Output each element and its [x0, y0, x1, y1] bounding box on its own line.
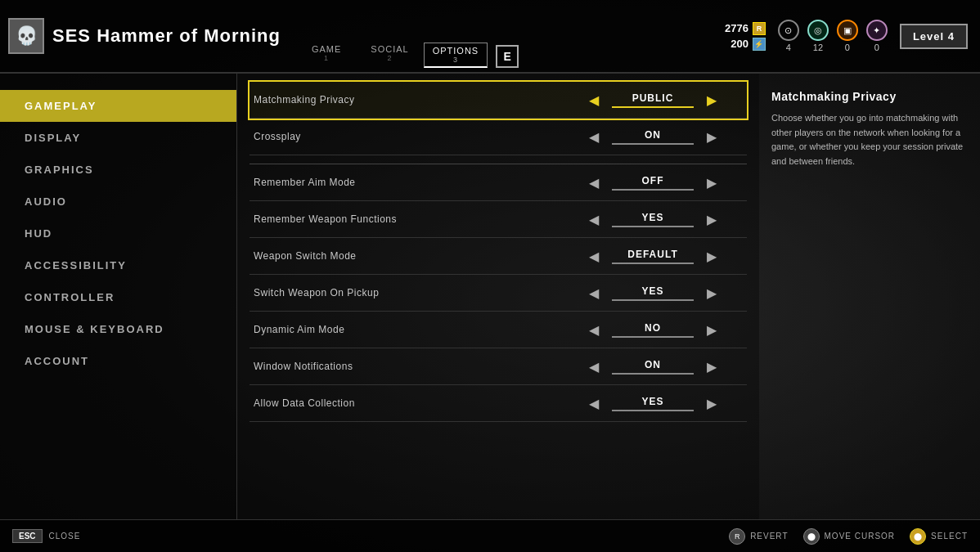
setting-row-weapon-switch[interactable]: Weapon Switch Mode ◀ DEFAULT ▶	[249, 238, 747, 275]
setting-row-crossplay[interactable]: Crossplay ◀ ON ▶	[249, 119, 747, 155]
currency2-value: 200	[731, 38, 748, 50]
level-badge: Level 4	[900, 24, 968, 49]
arrow-right-data-collection[interactable]: ▶	[702, 393, 722, 413]
setting-value-switch-on-pickup: YES	[641, 285, 663, 297]
move-icon: ⬤	[803, 528, 820, 545]
setting-value-window-notif: ON	[645, 359, 661, 370]
arrow-left-crossplay[interactable]: ◀	[584, 127, 604, 146]
currency-row-1: 2776 R	[725, 22, 766, 35]
header: 💀 SES Hammer of Morning GAME 1 SOCIAL 2 …	[0, 0, 980, 74]
tab-game[interactable]: GAME 1	[297, 40, 356, 68]
arrow-right-window-notif[interactable]: ▶	[702, 357, 722, 376]
arrow-right-crossplay[interactable]: ▶	[702, 127, 722, 146]
setting-control-switch-on-pickup: ◀ YES ▶	[563, 283, 743, 303]
sidebar: GAMEPLAY DISPLAY GRAPHICS AUDIO HUD ACCE…	[0, 74, 237, 519]
setting-underline-crossplay	[612, 143, 694, 145]
arrow-right-aim-mode[interactable]: ▶	[702, 173, 722, 192]
sidebar-item-hud[interactable]: HUD	[0, 218, 236, 249]
setting-underline-weapon-switch	[612, 263, 694, 264]
arrow-right-switch-on-pickup[interactable]: ▶	[702, 283, 722, 303]
setting-name-weapon-switch: Weapon Switch Mode	[254, 250, 563, 262]
arrow-left-aim-mode[interactable]: ◀	[584, 173, 604, 192]
setting-row-matchmaking[interactable]: Matchmaking Privacy ◀ PUBLIC ▶	[249, 82, 747, 119]
setting-underline-window-notif	[612, 373, 694, 375]
arrow-left-dynamic-aim[interactable]: ◀	[584, 320, 604, 339]
currency1-icon: R	[753, 22, 766, 35]
sidebar-item-audio[interactable]: AUDIO	[0, 186, 236, 218]
setting-name-dynamic-aim: Dynamic Aim Mode	[254, 324, 563, 335]
setting-underline-weapon-functions	[612, 226, 694, 227]
arrow-right-matchmaking[interactable]: ▶	[702, 90, 722, 110]
sidebar-item-account[interactable]: ACCOUNT	[0, 345, 236, 377]
setting-underline-aim-mode	[612, 189, 694, 191]
setting-row-switch-on-pickup[interactable]: Switch Weapon On Pickup ◀ YES ▶	[249, 275, 747, 312]
close-label: CLOSE	[49, 532, 81, 541]
icons-row: ⊙ 4 ◎ 12 ▣ 0 ✦ 0	[778, 20, 888, 52]
icon-circle-3: ✦	[866, 20, 888, 41]
icon-circle-2: ▣	[837, 20, 858, 41]
setting-name-crossplay: Crossplay	[254, 131, 563, 142]
main-content: GAMEPLAY DISPLAY GRAPHICS AUDIO HUD ACCE…	[0, 74, 980, 519]
icon-circle-1: ◎	[807, 20, 829, 41]
desc-text: Choose whether you go into matchmaking w…	[771, 111, 968, 168]
setting-underline-data-collection	[612, 410, 694, 411]
currency1-value: 2776	[725, 22, 748, 34]
arrow-left-switch-on-pickup[interactable]: ◀	[584, 283, 604, 303]
icon-count-0: 4	[786, 43, 791, 52]
setting-name-weapon-functions: Remember Weapon Functions	[254, 213, 563, 225]
arrow-right-weapon-functions[interactable]: ▶	[702, 209, 722, 229]
esc-key-badge[interactable]: ESC	[12, 529, 43, 543]
setting-value-block-aim-mode: OFF	[608, 175, 698, 191]
skull-icon: 💀	[8, 18, 44, 54]
icon-item-0: ⊙ 4	[778, 20, 799, 52]
footer-revert: R REVERT	[729, 528, 788, 545]
setting-value-block-weapon-functions: YES	[608, 212, 698, 227]
sidebar-item-display[interactable]: DISPLAY	[0, 122, 236, 154]
setting-value-dynamic-aim: NO	[645, 322, 661, 334]
arrow-left-window-notif[interactable]: ◀	[584, 357, 604, 376]
arrow-left-weapon-functions[interactable]: ◀	[584, 209, 604, 229]
icon-item-2: ▣ 0	[837, 20, 858, 52]
setting-name-matchmaking: Matchmaking Privacy	[254, 94, 563, 105]
setting-value-block-matchmaking: PUBLIC	[608, 92, 698, 108]
setting-row-aim-mode[interactable]: Remember Aim Mode ◀ OFF ▶	[249, 164, 747, 201]
icon-item-3: ✦ 0	[866, 20, 888, 52]
footer-right: R REVERT ⬤ MOVE CURSOR ⬤ SELECT	[729, 528, 968, 545]
setting-control-matchmaking: ◀ PUBLIC ▶	[563, 90, 743, 110]
description-panel: Matchmaking Privacy Choose whether you g…	[759, 74, 980, 519]
arrow-right-dynamic-aim[interactable]: ▶	[702, 320, 722, 339]
setting-control-weapon-switch: ◀ DEFAULT ▶	[563, 246, 743, 266]
sidebar-item-gameplay[interactable]: GAMEPLAY	[0, 90, 236, 122]
arrow-left-matchmaking[interactable]: ◀	[584, 90, 604, 110]
tab-social[interactable]: SOCIAL 2	[356, 40, 423, 68]
tab-options[interactable]: OPTIONS 3	[424, 43, 488, 68]
setting-row-weapon-functions[interactable]: Remember Weapon Functions ◀ YES ▶	[249, 201, 747, 238]
setting-value-weapon-functions: YES	[641, 212, 663, 223]
e-key-badge[interactable]: E	[496, 45, 519, 68]
sidebar-item-controller[interactable]: CONTROLLER	[0, 281, 236, 313]
setting-control-data-collection: ◀ YES ▶	[563, 393, 743, 413]
currency2-icon: ⚡	[753, 38, 766, 51]
footer-select: ⬤ SELECT	[910, 528, 968, 545]
arrow-right-weapon-switch[interactable]: ▶	[702, 246, 722, 266]
arrow-left-weapon-switch[interactable]: ◀	[584, 246, 604, 266]
setting-value-matchmaking: PUBLIC	[632, 92, 674, 104]
setting-control-dynamic-aim: ◀ NO ▶	[563, 320, 743, 339]
setting-row-window-notif[interactable]: Window Notifications ◀ ON ▶	[249, 348, 747, 385]
sidebar-item-accessibility[interactable]: ACCESSIBILITY	[0, 249, 236, 281]
setting-row-dynamic-aim[interactable]: Dynamic Aim Mode ◀ NO ▶	[249, 312, 747, 348]
setting-underline-switch-on-pickup	[612, 299, 694, 301]
sidebar-item-graphics[interactable]: GRAPHICS	[0, 154, 236, 186]
icon-item-1: ◎ 12	[807, 20, 829, 52]
sidebar-item-mouse-keyboard[interactable]: MOUSE & KEYBOARD	[0, 313, 236, 345]
arrow-left-data-collection[interactable]: ◀	[584, 393, 604, 413]
currency-block: 2776 R 200 ⚡	[725, 22, 766, 51]
setting-value-data-collection: YES	[641, 396, 663, 407]
icon-circle-0: ⊙	[778, 20, 799, 41]
desc-title: Matchmaking Privacy	[771, 90, 968, 103]
icon-count-1: 12	[813, 43, 823, 52]
setting-row-data-collection[interactable]: Allow Data Collection ◀ YES ▶	[249, 385, 747, 422]
move-label: MOVE CURSOR	[825, 532, 896, 541]
icon-count-2: 0	[845, 43, 850, 52]
footer: ESC CLOSE R REVERT ⬤ MOVE CURSOR ⬤ SELEC…	[0, 519, 980, 552]
